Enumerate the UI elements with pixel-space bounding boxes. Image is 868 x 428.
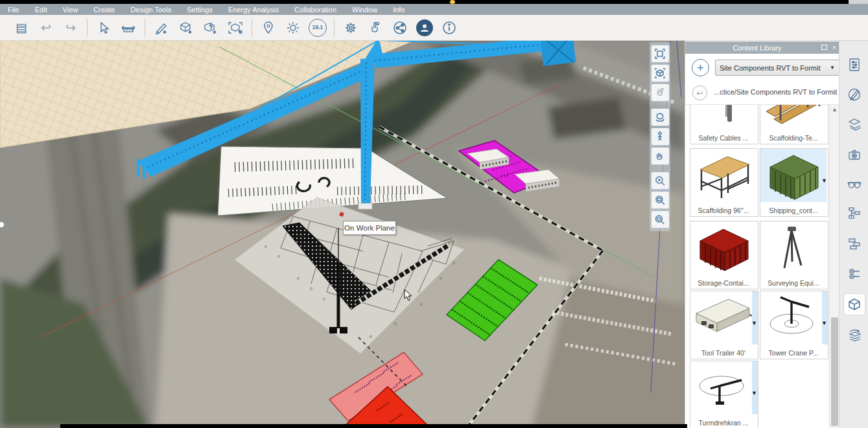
share-network-icon[interactable] bbox=[388, 18, 412, 38]
scrollbar-thumb[interactable] bbox=[831, 317, 838, 426]
group-add-icon[interactable] bbox=[224, 18, 247, 38]
scenes-camera-icon[interactable] bbox=[844, 144, 865, 165]
viewport-3d[interactable] bbox=[0, 40, 685, 428]
menu-file[interactable]: File bbox=[0, 6, 27, 14]
list-item-safety-cables[interactable]: Safety Cables ... bbox=[690, 105, 758, 144]
project-info-icon[interactable] bbox=[844, 54, 865, 75]
item-label: Safety Cables ... bbox=[690, 134, 757, 142]
chevron-down-icon: ▼ bbox=[830, 65, 835, 71]
walkthrough-icon[interactable] bbox=[651, 128, 670, 146]
menu-window[interactable]: Window bbox=[344, 6, 385, 14]
import-add-icon[interactable] bbox=[199, 18, 222, 38]
item-variants-caret[interactable]: ▼ bbox=[751, 390, 757, 396]
video-progress-strip bbox=[0, 0, 868, 4]
item-variants-caret[interactable]: ▼ bbox=[821, 177, 827, 184]
library-selector-row: + Site Components RVT to Formit ▼ bbox=[685, 54, 839, 82]
version-badge[interactable]: 19.1 bbox=[306, 18, 329, 38]
list-item-storage-container[interactable]: Storage-Contai... bbox=[690, 221, 758, 289]
orbit-hand-icon[interactable] bbox=[651, 84, 670, 102]
tool-trailer-thumb-icon bbox=[690, 291, 757, 344]
item-label: Turmdrehkran ... bbox=[690, 419, 757, 427]
menu-settings[interactable]: Settings bbox=[179, 6, 220, 14]
item-label: Shipping_cont... bbox=[760, 207, 827, 214]
sun-shadows-icon[interactable] bbox=[281, 18, 305, 38]
settings-gear-icon[interactable] bbox=[339, 18, 362, 38]
zoom-object-icon[interactable] bbox=[651, 210, 670, 229]
video-strip-end bbox=[849, 0, 868, 4]
measure-ruler-icon[interactable] bbox=[117, 18, 140, 38]
surveying-equipment-thumb-icon bbox=[760, 221, 827, 275]
scaffolding-te-thumb-icon bbox=[760, 105, 827, 130]
frame-all-icon[interactable] bbox=[651, 45, 670, 63]
toolbar-separator bbox=[334, 19, 334, 37]
filters-icon[interactable] bbox=[844, 264, 865, 284]
gesture-hand-icon[interactable] bbox=[364, 18, 387, 38]
menu-design-tools[interactable]: Design Tools bbox=[123, 6, 179, 14]
zoom-window-icon[interactable] bbox=[651, 191, 670, 209]
user-avatar[interactable] bbox=[413, 18, 436, 38]
library-items-grid: Safety Cables ... Scaffolding-Te... Scaf… bbox=[685, 105, 829, 428]
content-library-icon[interactable] bbox=[844, 294, 865, 315]
storage-container-thumb-icon bbox=[690, 221, 757, 275]
menu-collaboration[interactable]: Collaboration bbox=[287, 6, 344, 14]
mouse-cursor bbox=[403, 289, 414, 304]
menu-create[interactable]: Create bbox=[86, 6, 123, 14]
selection-stripe bbox=[752, 291, 758, 344]
library-dropdown[interactable]: Site Components RVT to Formit ▼ bbox=[715, 60, 839, 76]
item-label: Tool Trailer 40' bbox=[690, 349, 757, 357]
list-item-surveying-equipment[interactable]: Surveying Equi... bbox=[760, 221, 828, 289]
scroll-up-arrow[interactable]: ▲ bbox=[830, 106, 839, 115]
library-dropdown-value: Site Components RVT to Formit bbox=[720, 64, 821, 72]
list-item-scaffolding-96[interactable]: Scaffolding 96"... bbox=[690, 148, 758, 217]
sketch-style-icon[interactable] bbox=[844, 84, 865, 105]
video-letterbox-bar bbox=[60, 424, 687, 428]
primitive-add-icon[interactable] bbox=[174, 18, 198, 38]
menu-bar: File Edit View Create Design Tools Setti… bbox=[0, 4, 868, 15]
redo-icon[interactable]: ↪ bbox=[59, 18, 82, 38]
item-label: Scaffolding-Te... bbox=[760, 134, 827, 142]
view-list-icon[interactable]: ▤ bbox=[10, 18, 33, 38]
list-item-shipping-container[interactable]: Shipping_cont... ▼ bbox=[760, 148, 828, 217]
back-icon[interactable]: ↩ bbox=[692, 85, 707, 100]
close-panel-icon[interactable]: × bbox=[829, 44, 839, 51]
menu-energy-analysis[interactable]: Energy Analysis bbox=[220, 6, 287, 14]
list-item-turmdrehkran[interactable]: Turmdrehkran ... ▼ bbox=[690, 361, 758, 428]
list-item-tower-crane-p[interactable]: Tower Crane P... ▼ bbox=[760, 291, 828, 359]
visibility-glasses-icon[interactable] bbox=[844, 174, 865, 194]
panel-title: Content Library bbox=[696, 44, 819, 52]
content-library-titlebar[interactable]: Content Library × bbox=[685, 41, 839, 54]
list-item-scaffolding-te[interactable]: Scaffolding-Te... bbox=[760, 105, 828, 144]
menu-edit[interactable]: Edit bbox=[27, 6, 55, 14]
add-library-button[interactable]: + bbox=[692, 59, 709, 76]
zoom-in-icon[interactable] bbox=[651, 172, 670, 190]
imported-layers-icon[interactable] bbox=[844, 324, 865, 345]
float-panel-icon[interactable] bbox=[819, 44, 829, 51]
toolbar-separator bbox=[145, 19, 145, 37]
main-toolbar: ▤ ↩ ↪ 19.1 bbox=[0, 15, 868, 41]
select-cursor-icon[interactable] bbox=[92, 18, 115, 38]
location-pin-icon[interactable] bbox=[257, 18, 280, 38]
safety-cables-thumb-icon bbox=[690, 105, 757, 130]
tower-crane-thumb-icon bbox=[760, 291, 827, 344]
frame-selection-icon[interactable] bbox=[651, 64, 670, 82]
pan-icon[interactable] bbox=[651, 147, 670, 165]
video-playhead-dot bbox=[450, 0, 455, 4]
work-plane-tooltip: On Work Plane bbox=[343, 221, 396, 235]
layers-icon[interactable] bbox=[844, 114, 865, 135]
turmdrehkran-thumb-icon bbox=[690, 361, 757, 414]
item-label: Surveying Equi... bbox=[760, 279, 827, 287]
version-badge-text: 19.1 bbox=[309, 19, 327, 37]
list-item-tool-trailer[interactable]: Tool Trailer 40' ▼ bbox=[690, 291, 758, 359]
orbit-icon[interactable] bbox=[651, 108, 670, 126]
info-icon[interactable] bbox=[438, 18, 461, 38]
item-variants-caret[interactable]: ▼ bbox=[821, 320, 827, 326]
right-tool-rail bbox=[839, 40, 868, 428]
undo-icon[interactable]: ↩ bbox=[34, 18, 58, 38]
item-variants-caret[interactable]: ▼ bbox=[751, 320, 757, 326]
draw-add-icon[interactable] bbox=[150, 18, 173, 38]
groups-icon[interactable] bbox=[844, 233, 865, 254]
menu-info[interactable]: Info bbox=[385, 6, 412, 14]
menu-view[interactable]: View bbox=[55, 6, 86, 14]
levels-tree-icon[interactable] bbox=[844, 203, 865, 223]
item-label: Storage-Contai... bbox=[690, 279, 757, 287]
